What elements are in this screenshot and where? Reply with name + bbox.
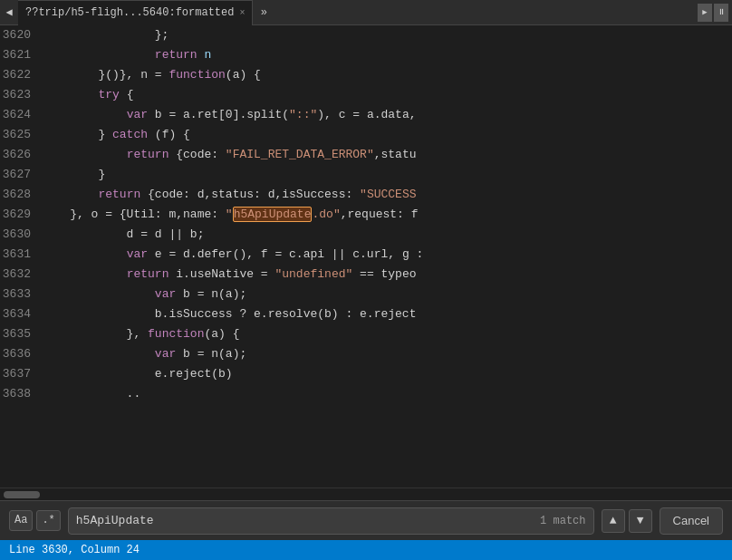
cancel-button[interactable]: Cancel bbox=[660, 507, 723, 535]
code-token: "FAIL_RET_DATA_ERROR" bbox=[226, 148, 374, 161]
search-input-wrap: 1 match bbox=[68, 507, 594, 535]
code-token: "undefined" bbox=[274, 267, 352, 281]
code-table: 3620 };3621 return n3622 }()}, n = funct… bbox=[0, 25, 732, 404]
code-token: var bbox=[155, 347, 176, 361]
line-code: var b = n(a); bbox=[38, 285, 732, 304]
code-token: } bbox=[42, 168, 105, 181]
next-match-button[interactable]: ▼ bbox=[629, 509, 652, 533]
code-token: }, o = {Util: m,name: bbox=[42, 208, 226, 221]
tab-close-icon[interactable]: × bbox=[239, 8, 245, 18]
code-token: i.useNative = bbox=[169, 267, 274, 281]
table-row: 3620 }; bbox=[0, 25, 732, 45]
play-button[interactable]: ▶ bbox=[698, 4, 712, 22]
h-scrollbar-thumb[interactable] bbox=[4, 491, 40, 498]
code-token: "::" bbox=[289, 108, 317, 121]
code-token: " bbox=[226, 208, 233, 221]
table-row: 3621 return n bbox=[0, 45, 732, 65]
nav-buttons: ▲ ▼ bbox=[602, 509, 652, 533]
code-area: 3620 };3621 return n3622 }()}, n = funct… bbox=[0, 25, 732, 488]
code-token: }, bbox=[42, 327, 148, 341]
line-code: .. bbox=[38, 384, 732, 404]
table-row: 3629 }, o = {Util: m,name: "h5ApiUpdate.… bbox=[0, 205, 732, 225]
search-bar: Aa .* 1 match ▲ ▼ Cancel bbox=[0, 500, 732, 540]
highlight-match: h5ApiUpdate bbox=[233, 207, 313, 222]
code-token: .. bbox=[42, 387, 140, 401]
table-row: 3623 try { bbox=[0, 85, 732, 105]
code-token bbox=[42, 347, 155, 361]
line-number: 3637 bbox=[0, 364, 38, 384]
line-code: e.reject(b) bbox=[38, 364, 732, 384]
line-number: 3634 bbox=[0, 304, 38, 324]
code-token: var bbox=[127, 108, 148, 121]
line-number: 3625 bbox=[0, 125, 38, 145]
tab-nav-left[interactable]: ◀ bbox=[0, 0, 18, 25]
table-row: 3634 b.isSuccess ? e.resolve(b) : e.reje… bbox=[0, 304, 732, 324]
code-token: }()}, n = bbox=[42, 68, 169, 82]
code-token: b = n(a); bbox=[176, 287, 246, 301]
search-options: Aa .* bbox=[9, 510, 61, 531]
line-code: var b = a.ret[0].split("::"), c = a.data… bbox=[38, 105, 732, 125]
table-row: 3627 } bbox=[0, 165, 732, 185]
code-token: (a) { bbox=[204, 327, 239, 341]
code-token: var bbox=[127, 247, 148, 261]
line-number: 3632 bbox=[0, 265, 38, 285]
code-token: (a) { bbox=[226, 68, 261, 82]
code-token: ,request: f bbox=[341, 208, 419, 221]
code-token bbox=[42, 247, 127, 261]
code-token: function bbox=[169, 68, 225, 82]
code-token: e.reject(b) bbox=[42, 367, 233, 381]
line-code: } catch (f) { bbox=[38, 125, 732, 145]
search-input[interactable] bbox=[76, 514, 533, 527]
code-token: {code: d,status: d,isSuccess: bbox=[140, 188, 360, 201]
table-row: 3630 d = d || b; bbox=[0, 225, 732, 245]
line-number: 3627 bbox=[0, 165, 38, 185]
status-bar: Line 3630, Column 24 bbox=[0, 540, 732, 560]
table-row: 3626 return {code: "FAIL_RET_DATA_ERROR"… bbox=[0, 145, 732, 165]
code-token: d = d || b; bbox=[42, 227, 204, 241]
tab-bar: ◀ ??trip/h5-fligh...5640:formatted × » ▶… bbox=[0, 0, 732, 25]
line-code: var b = n(a); bbox=[38, 344, 732, 364]
tab-item[interactable]: ??trip/h5-fligh...5640:formatted × bbox=[18, 0, 253, 25]
code-token: b.isSuccess ? e.resolve(b) : e.reject bbox=[42, 307, 416, 321]
pause-button[interactable]: ⏸ bbox=[714, 4, 728, 22]
line-code: }; bbox=[38, 25, 732, 45]
code-token bbox=[42, 108, 127, 121]
table-row: 3633 var b = n(a); bbox=[0, 285, 732, 304]
code-token: n bbox=[197, 48, 212, 62]
line-code: }()}, n = function(a) { bbox=[38, 65, 732, 85]
line-number: 3633 bbox=[0, 285, 38, 304]
code-token: function bbox=[148, 327, 204, 341]
code-token: return bbox=[98, 188, 140, 201]
code-token: ), c = a.data, bbox=[317, 108, 416, 121]
tab-label: ??trip/h5-fligh...5640:formatted bbox=[25, 6, 234, 19]
code-token: }; bbox=[42, 28, 169, 42]
table-row: 3632 return i.useNative = "undefined" ==… bbox=[0, 265, 732, 285]
line-code: } bbox=[38, 165, 732, 185]
line-number: 3622 bbox=[0, 65, 38, 85]
code-token bbox=[42, 88, 98, 101]
code-token: "SUCCESS bbox=[360, 188, 416, 201]
code-token: catch bbox=[112, 128, 148, 141]
table-row: 3628 return {code: d,status: d,isSuccess… bbox=[0, 185, 732, 205]
line-code: return {code: d,status: d,isSuccess: "SU… bbox=[38, 185, 732, 205]
code-token: } bbox=[42, 128, 112, 141]
table-row: 3635 }, function(a) { bbox=[0, 324, 732, 344]
prev-match-button[interactable]: ▲ bbox=[602, 509, 625, 533]
case-sensitive-button[interactable]: Aa bbox=[9, 510, 33, 531]
line-number: 3624 bbox=[0, 105, 38, 125]
regex-button[interactable]: .* bbox=[36, 510, 60, 531]
code-token bbox=[42, 267, 127, 281]
tab-overflow-button[interactable]: » bbox=[253, 0, 274, 25]
line-number: 3630 bbox=[0, 225, 38, 245]
line-code: return {code: "FAIL_RET_DATA_ERROR",stat… bbox=[38, 145, 732, 165]
scrollbar-area[interactable] bbox=[0, 488, 732, 500]
code-token: return bbox=[155, 48, 197, 62]
line-number: 3620 bbox=[0, 25, 38, 45]
table-row: 3631 var e = d.defer(), f = c.api || c.u… bbox=[0, 245, 732, 265]
line-number: 3631 bbox=[0, 245, 38, 265]
code-token: { bbox=[120, 88, 134, 101]
table-row: 3637 e.reject(b) bbox=[0, 364, 732, 384]
code-token: b = n(a); bbox=[176, 347, 246, 361]
match-count: 1 match bbox=[533, 515, 585, 527]
code-token bbox=[42, 188, 98, 201]
